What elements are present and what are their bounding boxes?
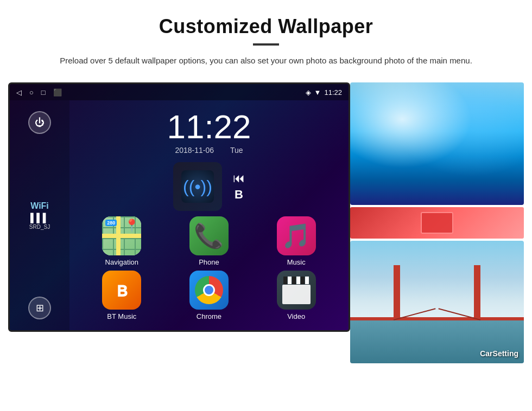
content-area: ◁ ○ □ ⬛ ◈ ▼ 11:22 ⏻ — [22, 82, 510, 363]
ice-cave-image — [350, 82, 524, 205]
nav-pin: 📍 — [124, 219, 139, 233]
bt-icon-wrapper: ʙ — [107, 276, 136, 304]
status-time: 11:22 — [324, 88, 342, 97]
bridge-tower-right — [474, 265, 480, 320]
clapper-top — [283, 277, 309, 284]
app-item-music[interactable]: 🎵 Music — [255, 216, 338, 266]
chrome-outer — [195, 276, 223, 304]
title-divider — [253, 43, 279, 46]
app-item-video[interactable]: Video — [255, 271, 338, 320]
cast-icon: ((•)) — [183, 177, 212, 197]
clapper-body — [282, 285, 311, 304]
app-label-chrome: Chrome — [197, 312, 221, 320]
recent-icon: □ — [41, 88, 46, 97]
app-item-chrome[interactable]: Chrome — [168, 271, 251, 320]
clock-area: 11:22 2018-11-06 Tue — [75, 106, 343, 162]
nav-map-bg: 280 📍 — [102, 216, 141, 255]
bridge-deck — [350, 317, 524, 320]
carsetting-label: CarSetting — [480, 349, 518, 358]
music-widget[interactable]: ((•)) — [173, 162, 222, 211]
app-label-btmusic: BT Music — [107, 312, 136, 320]
golden-gate-image — [350, 241, 524, 363]
location-icon: ◈ — [306, 88, 311, 97]
app-label-navigation: Navigation — [105, 258, 138, 266]
clock-date-left: 2018-11-06 — [175, 146, 214, 155]
chrome-icon — [189, 271, 229, 310]
home-icon: ○ — [29, 88, 34, 97]
wallpaper-preview-bridge[interactable]: CarSetting — [350, 241, 524, 363]
status-bar: ◁ ○ □ ⬛ ◈ ▼ 11:22 — [10, 84, 349, 100]
app-label-music: Music — [287, 258, 306, 266]
music-icon: 🎵 — [277, 216, 316, 255]
clock-date: 2018-11-06 Tue — [75, 146, 343, 155]
prev-button[interactable]: ⏮ — [233, 171, 245, 185]
power-icon: ⏻ — [35, 117, 45, 129]
app-grid: 280 📍 Navigation 📞 Phone — [75, 216, 343, 320]
clapper-seg-1 — [283, 277, 287, 284]
clock-time: 11:22 — [75, 110, 343, 144]
app-item-phone[interactable]: 📞 Phone — [168, 216, 251, 266]
page-title: Customized Wallpaper — [159, 15, 373, 38]
wifi-label: WiFi — [29, 201, 50, 211]
status-bar-left: ◁ ○ □ ⬛ — [16, 88, 62, 97]
bluetooth-icon: ʙ — [116, 279, 128, 301]
wallpaper-preview-red[interactable] — [350, 207, 524, 239]
clapper-seg-6 — [305, 277, 309, 284]
wifi-info: WiFi ▌▌▌ SRD_SJ — [29, 201, 50, 230]
app-label-video: Video — [287, 312, 305, 320]
power-button[interactable]: ⏻ — [28, 111, 51, 134]
android-screen: ◁ ○ □ ⬛ ◈ ▼ 11:22 ⏻ — [8, 82, 350, 332]
back-icon: ◁ — [16, 88, 22, 97]
app-item-btmusic[interactable]: ʙ BT Music — [80, 271, 163, 320]
clapper-wrapper — [282, 277, 311, 304]
clock-date-right: Tue — [230, 146, 243, 155]
clapper-seg-4 — [296, 277, 300, 284]
clapper-seg-3 — [292, 277, 296, 284]
wifi-bars: ▌▌▌ — [29, 213, 50, 223]
screenshot-icon: ⬛ — [53, 88, 62, 97]
clapper-seg-5 — [301, 277, 305, 284]
phone-icon: 📞 — [189, 216, 229, 255]
page-description: Preload over 5 default wallpaper options… — [60, 54, 472, 67]
wifi-name: SRD_SJ — [29, 224, 50, 230]
wallpaper-preview-ice[interactable] — [350, 82, 524, 205]
screen-content: ⏻ WiFi ▌▌▌ SRD_SJ ⊞ 11:22 — [10, 100, 349, 330]
signal-icon: ▼ — [314, 88, 321, 97]
video-icon — [277, 271, 316, 310]
app-label-phone: Phone — [199, 258, 219, 266]
bridge-tower-left — [394, 265, 400, 320]
status-bar-right: ◈ ▼ 11:22 — [306, 88, 342, 97]
btmusic-icon: ʙ — [102, 271, 141, 310]
app-item-navigation[interactable]: 280 📍 Navigation — [80, 216, 163, 266]
left-sidebar: ⏻ WiFi ▌▌▌ SRD_SJ ⊞ — [10, 100, 69, 330]
nav-road-h — [102, 234, 141, 238]
center-content: 11:22 2018-11-06 Tue ((•)) — [69, 100, 349, 330]
chrome-inner — [203, 284, 215, 296]
apps-button[interactable]: ⊞ — [28, 297, 51, 319]
clapper-seg-2 — [288, 277, 292, 284]
grid-icon: ⊞ — [36, 302, 44, 314]
music-play-indicator: B — [235, 188, 243, 202]
top-widgets: ((•)) ⏮ B — [75, 162, 343, 211]
nav-badge: 280 — [105, 220, 117, 226]
navigation-icon: 280 📍 — [102, 216, 141, 255]
music-controls: ⏮ B — [233, 171, 245, 202]
wallpaper-preview-small — [421, 212, 453, 234]
wallpaper-previews: CarSetting — [350, 82, 524, 363]
music-icon-inner: ((•)) — [181, 170, 214, 203]
